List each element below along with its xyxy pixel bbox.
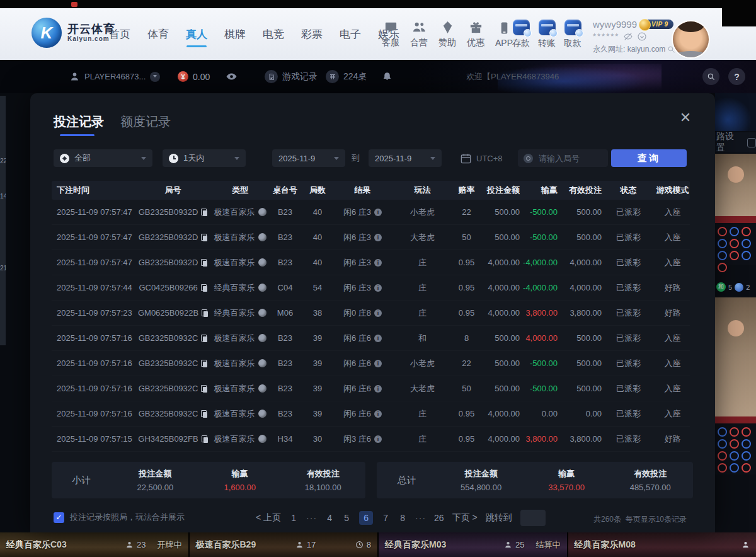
clock-icon	[169, 154, 178, 163]
user-block: wywy9999 VIP 9 ****** 永久网址: kaiyun.com	[593, 19, 681, 55]
cell-mode: 入座	[655, 383, 690, 394]
site-header: K 开云体育 Kaiyun.com 首页体育真人棋牌电竞彩票电子娱乐 客服合营赞…	[0, 8, 756, 60]
info-icon[interactable]: i	[374, 234, 382, 241]
balance-display[interactable]: ¥ 0.00	[178, 60, 210, 93]
cell-result: 闲6 庄6i	[333, 333, 392, 344]
table-tile-极速百家乐B29[interactable]: 极速百家乐B29178	[190, 532, 378, 557]
info-icon[interactable]: i	[374, 259, 382, 267]
nav-item-电子[interactable]: 电子	[340, 27, 361, 42]
copy-icon[interactable]	[202, 435, 208, 443]
page-26-button[interactable]: 26	[434, 513, 444, 523]
app-button[interactable]: APP	[495, 21, 513, 48]
table-tile-经典百家乐M03[interactable]: 经典百家乐M0325结算中	[379, 532, 567, 557]
prev-page-button[interactable]: < 上页	[256, 512, 281, 524]
info-icon[interactable]: i	[374, 435, 382, 443]
page-7-button[interactable]: 7	[381, 513, 390, 523]
nav-item-首页[interactable]: 首页	[109, 27, 130, 42]
cell-winloss: 3,800.00	[520, 434, 558, 444]
info-icon[interactable]: i	[374, 284, 382, 292]
赞助-button[interactable]: 赞助	[438, 20, 456, 49]
next-page-button[interactable]: 下页 >	[452, 512, 478, 524]
合营-button[interactable]: 合营	[410, 20, 428, 49]
copy-icon[interactable]	[202, 309, 208, 317]
round-id-input[interactable]	[537, 153, 602, 164]
user-avatar[interactable]	[673, 21, 709, 57]
username[interactable]: wywy9999	[593, 19, 637, 30]
优惠-button[interactable]: 优惠	[467, 20, 484, 49]
total-winloss: 33,570.00	[525, 483, 608, 492]
card-withdraw-button[interactable]: 取款	[564, 20, 581, 49]
jump-page-input[interactable]	[520, 510, 546, 526]
merge-option: ✓ 投注记录按照局，玩法合并展示	[54, 512, 185, 523]
date-from-picker[interactable]: 2025-11-9	[272, 149, 345, 167]
page-1-button[interactable]: 1	[289, 513, 298, 523]
table-row: 2025-11-09 07:57:47GB2325B0932D极速百家乐B234…	[52, 250, 690, 275]
table-tile-经典百家乐M08[interactable]: 经典百家乐M08	[568, 532, 756, 557]
nav-item-体育[interactable]: 体育	[147, 27, 169, 42]
nav-item-彩票[interactable]: 彩票	[301, 27, 323, 42]
balance-value: 0.00	[193, 72, 210, 82]
tables-count-button[interactable]: 224桌	[326, 60, 367, 93]
cell-time: 2025-11-09 07:57:47	[52, 233, 134, 242]
table-tile-经典百家乐C03[interactable]: 经典百家乐C0323开牌中	[0, 532, 188, 557]
kaiyun-logo[interactable]: K 开云体育 Kaiyun.com	[32, 18, 115, 48]
nav-item-真人[interactable]: 真人	[186, 27, 207, 42]
copy-icon[interactable]	[201, 335, 207, 342]
total-valid-bet: 485,570.00	[607, 483, 693, 492]
page-8-button[interactable]: 8	[398, 513, 407, 523]
game-records-button[interactable]: 游戏记录	[265, 60, 318, 93]
dealer-video-1[interactable]	[715, 154, 756, 223]
copy-icon[interactable]	[201, 209, 207, 216]
header-游戏模式: 游戏模式	[655, 185, 690, 196]
info-icon[interactable]: i	[374, 385, 382, 393]
copy-icon[interactable]	[201, 360, 207, 367]
eye-off-icon[interactable]	[623, 32, 633, 42]
cell-type: 极速百家乐	[212, 207, 268, 218]
date-to-picker[interactable]: 2025-11-9	[369, 149, 442, 167]
copy-icon[interactable]	[201, 284, 207, 292]
info-icon[interactable]: i	[374, 209, 382, 216]
help-button[interactable]: ?	[728, 60, 745, 93]
cell-bet: 500.00	[481, 333, 520, 343]
header-下注时间: 下注时间	[52, 185, 134, 196]
cell-bet: 500.00	[481, 359, 520, 368]
card-deposit-button[interactable]: 存款	[512, 20, 530, 49]
page-5-button[interactable]: 5	[342, 513, 351, 523]
info-icon[interactable]: i	[374, 309, 382, 317]
round-id-search	[518, 149, 608, 167]
timezone-toggle[interactable]: UTC+8	[460, 149, 503, 167]
time-range-dropdown[interactable]: 1天内	[163, 149, 246, 167]
tab-quota-records[interactable]: 额度记录	[120, 113, 171, 136]
dealer-video-2[interactable]	[715, 297, 756, 423]
merge-checkbox[interactable]: ✓	[54, 512, 64, 523]
info-icon[interactable]: i	[374, 410, 382, 418]
card-transfer-button[interactable]: 转账	[538, 20, 556, 49]
player-road-dot	[718, 239, 727, 248]
客服-button[interactable]: 客服	[382, 20, 399, 49]
search-button[interactable]	[702, 60, 719, 93]
copy-icon[interactable]	[201, 259, 207, 267]
nav-item-电竞[interactable]: 电竞	[263, 27, 284, 42]
game-type-dropdown[interactable]: 全部	[54, 149, 152, 167]
info-icon[interactable]: i	[374, 335, 382, 342]
toggle-balance-visibility[interactable]	[226, 60, 238, 93]
close-icon[interactable]: ✕	[679, 111, 692, 125]
query-button[interactable]: 查询	[611, 149, 687, 167]
merge-label: 投注记录按照局，玩法合并展示	[70, 512, 185, 523]
page-4-button[interactable]: 4	[325, 513, 334, 523]
cell-winloss: -4,000.00	[520, 283, 558, 292]
info-icon[interactable]: i	[374, 360, 382, 367]
copy-icon[interactable]	[201, 410, 207, 418]
cell-result: 闲0 庄8i	[333, 307, 392, 319]
notifications-button[interactable]	[382, 60, 392, 93]
copy-icon[interactable]	[201, 385, 207, 393]
nav-item-棋牌[interactable]: 棋牌	[224, 27, 246, 42]
chevron-down-circle-icon[interactable]	[637, 32, 647, 42]
page-6-button[interactable]: 6	[359, 511, 373, 525]
player-road-dot	[730, 451, 739, 461]
road-settings-bar[interactable]: 路设置	[715, 132, 756, 152]
copy-icon[interactable]	[201, 234, 207, 241]
cell-play: 大老虎	[392, 232, 452, 243]
player-menu[interactable]: PLAYER46873...	[69, 60, 160, 93]
tab-bet-records[interactable]: 投注记录	[54, 113, 104, 136]
